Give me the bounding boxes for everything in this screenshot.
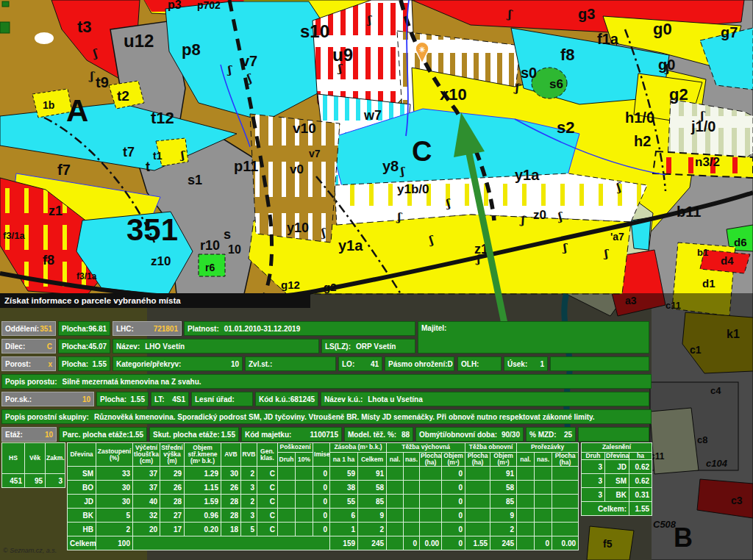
field-porost: Porost:x — [1, 356, 56, 371]
table-cell — [465, 495, 490, 509]
table-cell: 0 — [313, 467, 330, 481]
table-cell: 9 — [358, 509, 387, 523]
col-nas: nas. — [535, 453, 552, 467]
map-label: s2 — [557, 118, 574, 137]
map-label: f8 — [560, 46, 575, 64]
table-cell — [420, 523, 442, 536]
table-cell: 0 — [313, 523, 330, 536]
table-group-header-row: Zalesnění — [582, 443, 652, 453]
table-cell: 0 — [442, 495, 465, 509]
table-cell: 17 — [160, 523, 185, 536]
map-label: t1 — [153, 150, 163, 162]
table-cell — [404, 481, 420, 495]
col-10pct: 10% — [296, 453, 313, 467]
stand-summary-table: HS Věk Zakm. 451953 — [1, 442, 65, 488]
table-cell: 0.00 — [552, 536, 579, 550]
table-cell — [552, 523, 579, 536]
table-cell — [552, 467, 579, 481]
map-label: u9 — [332, 45, 353, 65]
table-cell: 0 — [442, 509, 465, 523]
map-symbol: ʃ — [226, 63, 232, 76]
table-cell: 3 — [582, 474, 605, 488]
field-lt: LT:4S1 — [151, 392, 189, 406]
field-lhc: LHC:721801 — [113, 321, 182, 336]
table-cell — [517, 467, 535, 481]
species-row: SM3337291.29302C05991091 — [68, 467, 579, 481]
table-cell — [535, 523, 552, 536]
field-pasmo: Pásmo ohrožení:D — [385, 356, 454, 371]
map-label: s6 — [549, 77, 563, 91]
col-drevina: Dřevina — [605, 453, 629, 460]
table-cell: C — [257, 523, 278, 536]
table-cell: 0.62 — [629, 474, 652, 488]
table-cell: 9 — [490, 509, 517, 523]
map-label: p8 — [182, 40, 201, 59]
species-row: JD3040281.59282C05585085 — [68, 495, 579, 509]
table-cell — [278, 467, 296, 481]
table-cell: BK — [605, 488, 629, 502]
field-lo: LO:41 — [338, 356, 382, 371]
col-nal: nal. — [517, 453, 535, 467]
map-viewport: ʃʃʃʃʃʃʃʃʃʃʃʃʃʃʃʃʃʃʃʃʃʃ t3u12p8v7s10u9t9t… — [0, 0, 753, 560]
map-label: v7 — [241, 53, 257, 69]
table-cell: SM — [68, 467, 96, 481]
map-label: s1 — [188, 173, 202, 187]
map-label: z10 — [151, 254, 171, 268]
map-label: t — [146, 159, 150, 174]
table-cell: 2 — [96, 523, 133, 536]
table-cell: 32 — [133, 509, 160, 523]
total-row: Celkem: 100 159 245 00.0001.5524500.00 — [68, 536, 579, 550]
map-label: f3/1a — [76, 271, 97, 281]
table-cell — [404, 509, 420, 523]
map-label: z1 — [49, 204, 63, 218]
table-cell — [535, 481, 552, 495]
map-label: 'a7 — [610, 231, 624, 243]
table-cell — [420, 509, 442, 523]
table-cell: 20 — [133, 523, 160, 536]
col-zastoupeni: Zastoupení (%) — [96, 443, 133, 467]
table-cell: 0.20 — [185, 523, 221, 536]
field-popis-skupiny: Popis porostní skupiny:Různověká kmenovi… — [1, 409, 652, 424]
col-rvb: RVB — [241, 443, 257, 467]
field-popis-porostu: Popis porostu:Silně mezernatá kmenovina … — [1, 374, 652, 389]
col-plocha-ha: Plocha (ha) — [420, 453, 442, 467]
table-cell: 3 — [582, 460, 605, 474]
table-cell: 2 — [241, 467, 257, 481]
col-plocha-ha: Plocha (ha) — [552, 453, 579, 467]
table-cell — [517, 536, 535, 550]
table-cell: 0 — [313, 481, 330, 495]
table-subheader-row: Druh Dřevina ha — [582, 453, 652, 460]
table-cell — [535, 467, 552, 481]
table-cell: 0 — [442, 467, 465, 481]
field-nazev-ku: Název k.ú.:Lhota u Vsetína — [321, 392, 649, 406]
group-zalesneni: Zalesnění — [582, 443, 652, 453]
table-cell — [465, 523, 490, 536]
table-cell — [387, 467, 404, 481]
map-label: s10 — [300, 21, 329, 41]
col-objem-m3: Objem (m³) — [442, 453, 465, 467]
total-celkem: 245 — [358, 536, 387, 550]
table-cell: 2 — [358, 523, 387, 536]
table-row: 451953 — [2, 474, 65, 488]
table-cell: 33 — [96, 467, 133, 481]
map-label: y1b/0 — [397, 182, 429, 196]
map-label: g3 — [578, 6, 595, 22]
map-label: 1b — [43, 99, 54, 111]
table-cell: 0.62 — [629, 460, 652, 474]
map-label: r6 — [205, 262, 215, 273]
col-zakm: Zakm. — [46, 443, 65, 474]
col-vek: Věk — [25, 443, 46, 474]
map-label: h1/0 — [625, 110, 654, 126]
table-cell: 85 — [358, 495, 387, 509]
field-kod-ku: Kód k.ú.:681245 — [255, 392, 318, 406]
total-spacer — [133, 536, 330, 550]
map-label: f7 — [57, 162, 71, 178]
col-druh: Druh — [582, 453, 605, 460]
table-cell: 59 — [330, 467, 358, 481]
table-cell: 29 — [160, 467, 185, 481]
map-label: j1/0 — [690, 118, 715, 134]
col-hs: HS — [2, 443, 25, 474]
table-cell — [278, 509, 296, 523]
table-cell: 27 — [160, 509, 185, 523]
col-imise: Imise — [313, 443, 330, 467]
